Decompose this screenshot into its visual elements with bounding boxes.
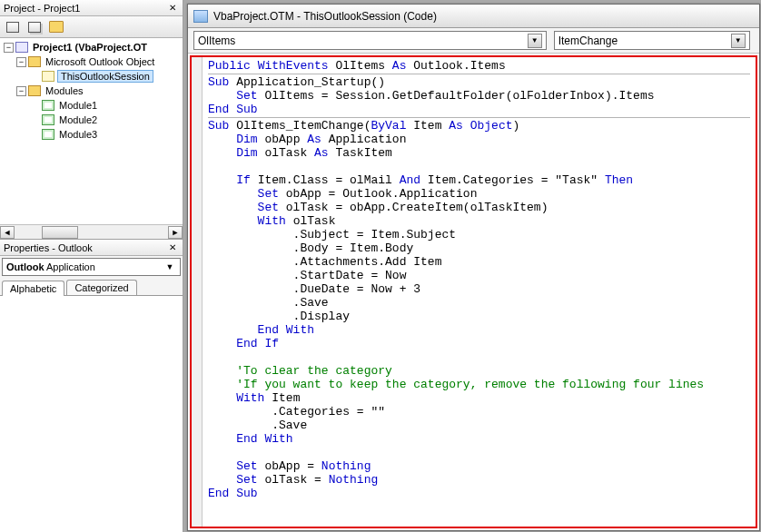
tree-module-1[interactable]: Module1 (0, 98, 183, 113)
object-combo-value: OlItems (198, 34, 235, 47)
tree-module-2[interactable]: Module2 (0, 113, 183, 127)
module-icon (42, 114, 54, 125)
properties-panel-title: Properties - Outlook (4, 242, 93, 253)
module-icon (42, 100, 54, 111)
folder-icon (28, 85, 41, 96)
dropdown-icon[interactable]: ▼ (163, 262, 176, 271)
scroll-right-icon[interactable]: ► (168, 226, 183, 239)
properties-panel-header: Properties - Outlook ✕ (0, 240, 183, 256)
tree-module-1-label: Module1 (57, 100, 99, 111)
properties-object-type: Application (46, 261, 95, 272)
properties-grid[interactable] (0, 296, 183, 532)
code-window-icon (193, 10, 208, 23)
code-area: Public WithEvents OlItems As Outlook.Ite… (190, 55, 757, 528)
expander-icon[interactable]: − (16, 86, 26, 96)
code-gutter (192, 57, 203, 527)
tree-root[interactable]: − Project1 (VbaProject.OT (0, 40, 183, 54)
code-window-titlebar[interactable]: VbaProject.OTM - ThisOutlookSession (Cod… (188, 5, 759, 28)
tree-module-2-label: Module2 (57, 114, 99, 125)
properties-panel: Properties - Outlook ✕ Outlook Applicati… (0, 239, 183, 532)
left-pane: Project - Project1 ✕ − Project1 (VbaProj… (0, 0, 183, 532)
properties-object-selector[interactable]: Outlook Application ▼ (2, 258, 181, 276)
expander-icon[interactable]: − (4, 43, 14, 53)
session-icon (42, 71, 54, 82)
procedure-combo[interactable]: ItemChange ▼ (554, 31, 750, 50)
project-panel-close-icon[interactable]: ✕ (166, 2, 179, 15)
properties-panel-close-icon[interactable]: ✕ (166, 241, 179, 254)
tree-outlook-objects[interactable]: − Microsoft Outlook Object (0, 54, 183, 69)
object-combo[interactable]: OlItems ▼ (193, 31, 547, 50)
tree-this-outlook-session[interactable]: ThisOutlookSession (0, 69, 183, 84)
code-window-title: VbaProject.OTM - ThisOutlookSession (Cod… (213, 10, 437, 23)
toggle-folders-icon[interactable] (47, 19, 65, 35)
dropdown-icon[interactable]: ▼ (731, 34, 746, 48)
folder-icon (28, 56, 41, 67)
code-window: VbaProject.OTM - ThisOutlookSession (Cod… (187, 4, 760, 531)
code-combo-row: OlItems ▼ ItemChange ▼ (188, 28, 759, 54)
tree-module-3-label: Module3 (57, 129, 99, 140)
tree-modules-folder[interactable]: − Modules (0, 84, 183, 98)
properties-object-name: Outlook (6, 261, 44, 272)
expander-icon[interactable]: − (16, 57, 26, 67)
project-panel-header: Project - Project1 ✕ (0, 0, 183, 16)
dropdown-icon[interactable]: ▼ (528, 34, 542, 48)
module-icon (42, 129, 54, 140)
project-icon (15, 42, 28, 53)
properties-tabs: Alphabetic Categorized (0, 278, 183, 296)
project-tree[interactable]: − Project1 (VbaProject.OT − Microsoft Ou… (0, 38, 183, 224)
code-editor[interactable]: Public WithEvents OlItems As Outlook.Ite… (203, 57, 756, 527)
procedure-combo-value: ItemChange (558, 34, 618, 47)
tree-root-label: Project1 (VbaProject.OT (31, 42, 149, 53)
view-code-icon[interactable] (4, 19, 22, 35)
project-toolbar (0, 16, 183, 38)
scroll-thumb[interactable] (42, 226, 78, 239)
view-object-icon[interactable] (25, 19, 44, 35)
tab-categorized[interactable]: Categorized (66, 280, 136, 295)
tree-horizontal-scrollbar[interactable]: ◄ ► (0, 224, 183, 239)
mdi-area: VbaProject.OTM - ThisOutlookSession (Cod… (183, 0, 761, 532)
tree-outlook-objects-label: Microsoft Outlook Object (44, 56, 156, 67)
tree-this-outlook-session-label: ThisOutlookSession (57, 70, 153, 83)
scroll-left-icon[interactable]: ◄ (0, 226, 15, 239)
tree-module-3[interactable]: Module3 (0, 127, 183, 142)
tab-alphabetic[interactable]: Alphabetic (2, 281, 64, 296)
project-panel-title: Project - Project1 (4, 3, 80, 14)
tree-modules-folder-label: Modules (44, 85, 85, 96)
